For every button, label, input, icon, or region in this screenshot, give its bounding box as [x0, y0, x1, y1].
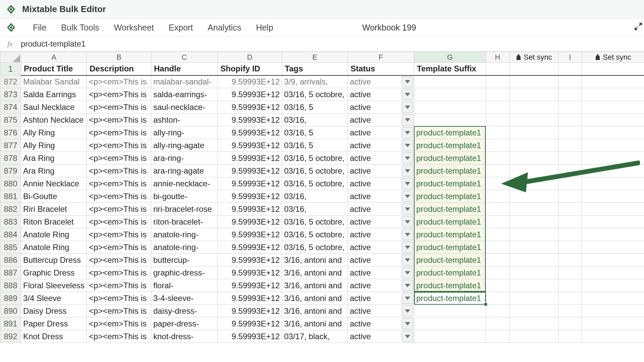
col-header-setsync-1[interactable]: Set sync — [509, 52, 558, 63]
cell-h[interactable] — [486, 279, 509, 292]
cell-tags[interactable]: 03/17, black, — [282, 330, 348, 343]
cell-i[interactable] — [558, 317, 582, 330]
cell-handle[interactable]: daisy-dress- — [151, 305, 218, 317]
header-shopify-id[interactable]: Shopify ID — [218, 63, 282, 75]
cell-tags[interactable]: 3/9, arrivals, — [282, 75, 348, 88]
cell-handle[interactable]: buttercup- — [151, 254, 218, 266]
cell-shopify-id[interactable]: 9.59993E+12 — [218, 139, 282, 152]
cell-h[interactable] — [486, 126, 509, 139]
cell-tags[interactable]: 3/16, antoni and — [282, 254, 348, 266]
cell-setsync-1[interactable] — [509, 241, 558, 254]
cell-description[interactable]: <p><em>This is — [87, 241, 151, 254]
cell-i[interactable] — [558, 203, 582, 216]
cell-status[interactable]: active — [348, 75, 414, 88]
cell-setsync-1[interactable] — [509, 190, 558, 203]
cell-status[interactable]: active — [348, 101, 414, 114]
cell-product-title[interactable]: Salda Earrings — [21, 88, 87, 101]
row-number[interactable]: 892 — [0, 330, 21, 343]
cell-setsync-2[interactable] — [582, 330, 644, 343]
row-number[interactable]: 888 — [0, 279, 21, 292]
cell-status[interactable]: active — [348, 279, 414, 292]
cell-product-title[interactable]: Bi-Goutte — [21, 190, 87, 203]
cell-h[interactable] — [486, 216, 509, 228]
cell-setsync-1[interactable] — [509, 330, 558, 343]
cell-i[interactable] — [558, 114, 582, 126]
cell-product-title[interactable]: Ara Ring — [21, 152, 87, 165]
cell-description[interactable]: <p><em>This is — [87, 330, 151, 343]
cell-status[interactable]: active — [348, 165, 414, 177]
cell-description[interactable]: <p><em>This is — [87, 279, 151, 292]
cell-setsync-2[interactable] — [582, 266, 644, 279]
cell-template-suffix[interactable]: product-template1 — [414, 266, 486, 279]
cell-setsync-1[interactable] — [509, 203, 558, 216]
status-dropdown-button[interactable] — [402, 203, 413, 215]
formula-input[interactable]: product-template1 — [21, 39, 637, 49]
cell-product-title[interactable]: Ally Ring — [21, 139, 87, 152]
cell-template-suffix[interactable]: product-template1 — [414, 177, 486, 190]
cell-setsync-2[interactable] — [582, 254, 644, 266]
cell-template-suffix[interactable] — [414, 75, 486, 88]
cell-product-title[interactable]: Ally Ring — [21, 126, 87, 139]
cell-setsync-2[interactable] — [582, 88, 644, 101]
cell-handle[interactable]: saul-necklace- — [151, 101, 218, 114]
cell-description[interactable]: <p><em>This is — [87, 216, 151, 228]
cell-template-suffix[interactable] — [414, 101, 486, 114]
cell-tags[interactable]: 03/16, 5 — [282, 126, 348, 139]
cell-shopify-id[interactable]: 9.59993E+12 — [218, 75, 282, 88]
row-number[interactable]: 885 — [0, 241, 21, 254]
cell-description[interactable]: <p><em>This is — [87, 228, 151, 241]
row-number[interactable]: 879 — [0, 165, 21, 177]
status-dropdown-button[interactable] — [402, 114, 413, 125]
cell-status[interactable]: active — [348, 241, 414, 254]
cell-setsync-1[interactable] — [509, 292, 558, 305]
cell-tags[interactable]: 03/16, — [282, 203, 348, 216]
cell-status[interactable]: active — [348, 330, 414, 343]
header-setsync-1[interactable] — [509, 63, 558, 75]
cell-shopify-id[interactable]: 9.59993E+12 — [218, 317, 282, 330]
cell-setsync-1[interactable] — [509, 114, 558, 126]
status-dropdown-button[interactable] — [402, 191, 413, 202]
cell-shopify-id[interactable]: 9.59993E+12 — [218, 254, 282, 266]
cell-h[interactable] — [486, 228, 509, 241]
row-number[interactable]: 883 — [0, 216, 21, 228]
status-dropdown-button[interactable] — [402, 229, 413, 240]
select-all-corner[interactable] — [0, 52, 21, 63]
cell-handle[interactable]: anatole-ring- — [151, 241, 218, 254]
cell-handle[interactable]: riton-bracelet- — [151, 216, 218, 228]
col-header-h[interactable]: H — [486, 52, 509, 63]
cell-template-suffix[interactable] — [414, 330, 486, 343]
cell-template-suffix[interactable]: product-template1 — [414, 279, 486, 292]
cell-description[interactable]: <p><em>This is — [87, 203, 151, 216]
cell-handle[interactable]: ara-ring- — [151, 152, 218, 165]
row-number[interactable]: 875 — [0, 114, 21, 126]
cell-h[interactable] — [486, 177, 509, 190]
cell-product-title[interactable]: Ashton Necklace — [21, 114, 87, 126]
status-dropdown-button[interactable] — [402, 267, 413, 278]
cell-i[interactable] — [558, 330, 582, 343]
header-i[interactable] — [558, 63, 582, 75]
cell-tags[interactable]: 03/16, 5 octobre, — [282, 241, 348, 254]
cell-setsync-2[interactable] — [582, 279, 644, 292]
cell-i[interactable] — [558, 75, 582, 88]
spreadsheet[interactable]: A B C D E F G H Set sync I — [0, 52, 644, 362]
header-product-title[interactable]: Product Title — [21, 63, 87, 75]
cell-h[interactable] — [486, 305, 509, 317]
cell-description[interactable]: <p><em>This is — [87, 165, 151, 177]
cell-status[interactable]: active — [348, 190, 414, 203]
cell-h[interactable] — [486, 266, 509, 279]
cell-setsync-2[interactable] — [582, 305, 644, 317]
menu-worksheet[interactable]: Worksheet — [107, 21, 161, 35]
header-status[interactable]: Status — [348, 63, 414, 75]
header-template-suffix[interactable]: Template Suffix — [414, 63, 486, 75]
cell-tags[interactable]: 03/16, 5 — [282, 101, 348, 114]
row-number[interactable]: 872 — [0, 75, 21, 88]
cell-shopify-id[interactable]: 9.59993E+12 — [218, 203, 282, 216]
cell-status[interactable]: active — [348, 228, 414, 241]
expand-icon[interactable] — [634, 22, 643, 31]
col-header-d[interactable]: D — [218, 52, 282, 63]
cell-setsync-2[interactable] — [582, 165, 644, 177]
status-dropdown-button[interactable] — [402, 318, 413, 329]
cell-tags[interactable]: 03/16, 5 octobre, — [282, 88, 348, 101]
header-tags[interactable]: Tags — [282, 63, 348, 75]
cell-status[interactable]: active — [348, 317, 414, 330]
